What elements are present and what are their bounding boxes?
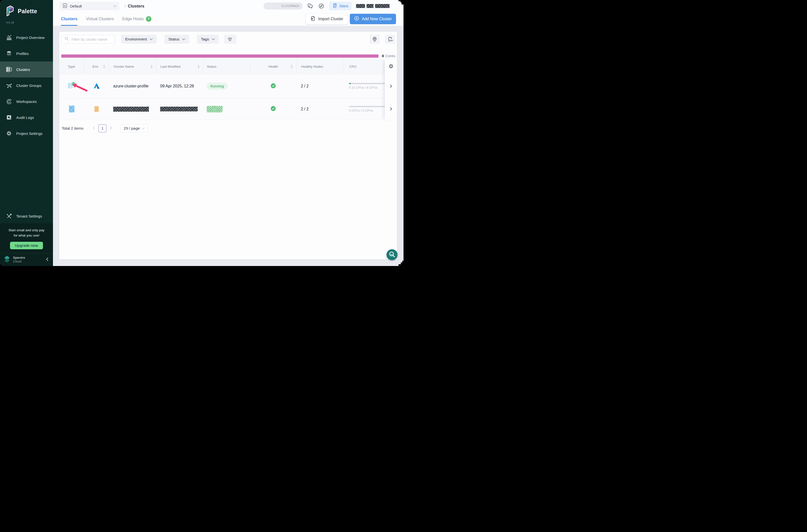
chat-icon[interactable] <box>307 3 314 9</box>
tab-clusters[interactable]: Clusters <box>61 12 77 26</box>
sidebar-item-project-settings[interactable]: Project Settings <box>0 126 53 141</box>
upgrade-now-button[interactable]: Upgrade now <box>10 242 43 249</box>
cpu-usage-text: 0.31 CPUs / 8 CPUs <box>349 86 377 90</box>
sort-icon[interactable] <box>290 65 293 69</box>
clusters-card: Environment Status Tags <box>59 32 397 260</box>
row-expand-cell <box>385 74 397 98</box>
tab-virtual-clusters[interactable]: Virtual Clusters <box>86 12 114 26</box>
table-row-redacted[interactable]: 2 / 2 0 CPUs / 0 CPUs <box>59 98 397 120</box>
page-content: Environment Status Tags <box>53 26 404 266</box>
sidebar-item-cluster-groups[interactable]: Cluster Groups <box>0 77 53 93</box>
environment-filter-dropdown[interactable]: Environment <box>121 35 157 44</box>
chevron-down-icon <box>150 38 153 40</box>
user-account-redacted[interactable] <box>356 4 390 8</box>
health-check-icon <box>270 83 276 90</box>
screenshot-artifact-bottom-right <box>398 261 404 266</box>
main-area: Default / Clusters 0.17/100kCh <box>53 0 404 266</box>
status-badge-running: Running <box>207 83 228 90</box>
breadcrumb-current: Clusters <box>128 4 145 8</box>
brand-logo-row: Palette <box>0 0 53 18</box>
cell-healthy-nodes: 2 / 2 <box>296 98 343 120</box>
gear-icon <box>6 130 12 136</box>
tags-filter-dropdown[interactable]: Tags <box>197 35 219 44</box>
cell-env <box>84 98 109 120</box>
cpu-usage-bar <box>349 106 386 107</box>
chevron-down-icon <box>142 127 145 129</box>
cell-healthy-nodes: 2 / 2 <box>296 74 343 98</box>
search-input[interactable] <box>71 37 112 42</box>
redacted-text-block <box>375 4 390 8</box>
usage-credits-pill[interactable]: 0.17/100kCh <box>264 2 303 10</box>
tools-icon <box>6 213 12 219</box>
advanced-filter-button[interactable] <box>224 35 236 44</box>
map-view-button[interactable] <box>370 35 379 44</box>
magnifier-smile-icon <box>387 250 397 260</box>
book-icon <box>332 3 338 9</box>
project-selector-value: Default <box>70 4 111 8</box>
col-header-env[interactable]: Env <box>84 59 109 74</box>
sort-icon[interactable] <box>103 65 105 69</box>
sidebar-item-profiles[interactable]: Profiles <box>0 45 53 61</box>
chevron-down-icon <box>113 4 116 8</box>
sidebar-item-label: Audit Logs <box>16 115 34 120</box>
pagination-total: Total 2 items <box>62 126 83 131</box>
cell-cpu: 0 CPUs / 0 CPUs <box>343 98 385 120</box>
project-selector[interactable]: Default <box>59 2 119 10</box>
tab-edge-hosts[interactable]: Edge Hosts 7 <box>123 12 151 26</box>
table-settings-gear-icon[interactable] <box>388 63 394 70</box>
compass-icon[interactable] <box>318 3 324 9</box>
row-chevron-right-icon[interactable] <box>389 84 393 89</box>
sidebar-item-tenant-settings[interactable]: Tenant Settings <box>0 209 53 223</box>
sidebar-item-clusters[interactable]: Clusters <box>0 61 53 77</box>
sidebar-item-label: Project Settings <box>16 131 42 136</box>
document-search-icon <box>6 114 12 120</box>
redacted-env-icon <box>94 106 99 112</box>
layers-stack-icon <box>6 51 12 56</box>
sidebar-item-label: Tenant Settings <box>16 214 42 218</box>
sidebar-footer: Spectro Cloud <box>0 253 53 266</box>
sidebar-item-label: Project Overview <box>16 36 44 40</box>
table-header: Type Env Cluster Name <box>59 59 397 74</box>
chevron-down-icon <box>212 38 215 40</box>
redacted-text-block <box>113 107 149 112</box>
cell-cpu: 0.31 CPUs / 8 CPUs <box>343 74 385 98</box>
app-version: 4.6.18 <box>0 18 53 24</box>
sort-icon[interactable] <box>198 65 200 69</box>
redacted-type-icon <box>69 106 74 112</box>
cell-cluster-name[interactable]: azure-cluster-profile <box>109 74 156 98</box>
screenshot-artifact-top-right <box>398 0 404 4</box>
palette-logo-icon <box>5 5 15 18</box>
tabs-row: Clusters Virtual Clusters Edge Hosts 7 I <box>53 12 404 26</box>
export-csv-button[interactable]: csv <box>385 35 395 44</box>
row-chevron-right-icon[interactable] <box>389 107 393 111</box>
import-cluster-button[interactable]: Import Cluster <box>306 14 348 24</box>
sidebar-item-audit-logs[interactable]: Audit Logs <box>0 109 53 126</box>
sidebar-collapse-icon[interactable] <box>45 257 49 263</box>
col-header-last-modified[interactable]: Last Modified <box>156 59 203 74</box>
sidebar-item-project-overview[interactable]: Project Overview <box>0 30 53 45</box>
col-header-health[interactable]: Health <box>250 59 296 74</box>
sort-icon[interactable] <box>150 65 153 69</box>
cell-cluster-name[interactable] <box>109 98 156 120</box>
docs-button[interactable]: Docs <box>329 2 352 10</box>
table-row-azure-cluster[interactable]: azure-cluster-profile 09 Apr 2025, 12:28… <box>59 74 397 98</box>
page-size-select[interactable]: 25 / page <box>120 124 148 132</box>
table-sticky-column <box>385 59 397 120</box>
pagination-prev-icon[interactable] <box>92 126 95 130</box>
status-filter-dropdown[interactable]: Status <box>164 35 189 44</box>
search-help-fab[interactable] <box>387 249 397 260</box>
sidebar-spacer <box>0 141 53 209</box>
sidebar-item-workspaces[interactable]: Workspaces <box>0 93 53 109</box>
edge-hosts-count-badge: 7 <box>146 16 151 22</box>
cpu-usage-bar <box>349 83 386 84</box>
redacted-text-block <box>356 4 365 8</box>
breadcrumb: / Clusters <box>125 3 145 8</box>
pagination-next-icon[interactable] <box>109 126 113 130</box>
col-header-cluster-name[interactable]: Cluster Name <box>109 59 156 74</box>
orbit-icon <box>6 98 12 104</box>
add-new-cluster-button[interactable]: Add New Cluster <box>350 14 396 24</box>
cluster-search <box>62 35 115 43</box>
sidebar-item-label: Cluster Groups <box>16 83 41 88</box>
pagination-page-1[interactable]: 1 <box>98 125 107 132</box>
search-icon <box>64 36 69 42</box>
